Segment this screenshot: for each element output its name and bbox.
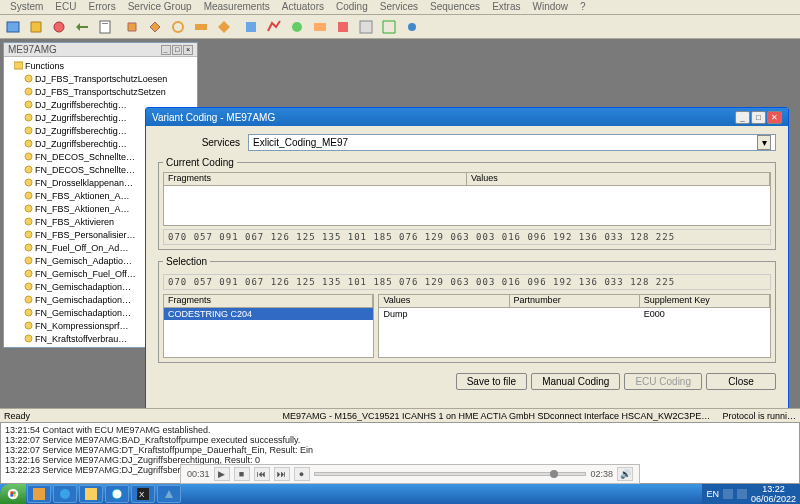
task-app-2[interactable] xyxy=(53,485,77,503)
toolbar-btn-18[interactable] xyxy=(401,17,423,37)
task-app-1[interactable] xyxy=(27,485,51,503)
toolbar-btn-8[interactable] xyxy=(167,17,189,37)
menu-services[interactable]: Services xyxy=(374,0,424,14)
dialog-min-icon[interactable]: _ xyxy=(735,111,750,124)
tree-item-label: FN_Kompressionsprf… xyxy=(35,321,129,331)
gear-icon xyxy=(24,152,33,161)
dialog-titlebar[interactable]: Variant Coding - ME97AMG _ □ ✕ xyxy=(146,108,788,126)
progress-slider[interactable] xyxy=(314,472,587,476)
start-button[interactable] xyxy=(0,484,26,504)
tray-net-icon[interactable] xyxy=(723,489,733,499)
tree-item-label: FN_Kraftstoffverbrau… xyxy=(35,334,127,344)
tree-item-label: FN_DECOS_Schnellte… xyxy=(35,152,135,162)
svg-rect-8 xyxy=(314,23,326,31)
save-button[interactable]: Save to file xyxy=(456,373,527,390)
toolbar-btn-14[interactable] xyxy=(309,17,331,37)
toolbar-btn-3[interactable] xyxy=(48,17,70,37)
svg-rect-6 xyxy=(246,22,256,32)
tree-close-icon[interactable]: × xyxy=(183,45,193,55)
toolbar-btn-1[interactable] xyxy=(2,17,24,37)
svg-point-25 xyxy=(25,231,32,238)
menu-sequences[interactable]: Sequences xyxy=(424,0,486,14)
taskbar: X EN 13:22 06/06/2022 xyxy=(0,484,800,504)
media-player: 00:31 ▶ ■ ⏮ ⏭ ● 02:38 🔊 xyxy=(180,464,640,484)
clock-date[interactable]: 06/06/2022 xyxy=(751,494,796,504)
svg-rect-0 xyxy=(7,22,19,32)
stop-button[interactable]: ■ xyxy=(234,467,250,481)
sel-col-suppkey[interactable]: Supplement Key xyxy=(640,295,770,307)
services-value: Exlicit_Coding_ME97 xyxy=(253,137,348,148)
menu-ecu[interactable]: ECU xyxy=(49,0,82,14)
menu-window[interactable]: Window xyxy=(526,0,574,14)
gear-icon xyxy=(24,191,33,200)
svg-rect-51 xyxy=(723,489,733,499)
tray-lang[interactable]: EN xyxy=(706,489,719,499)
toolbar-btn-11[interactable] xyxy=(240,17,262,37)
slider-thumb[interactable] xyxy=(550,470,558,478)
task-app-3[interactable] xyxy=(79,485,103,503)
selection-group: Selection 070 057 091 067 126 125 135 10… xyxy=(158,256,776,363)
gear-icon xyxy=(24,100,33,109)
fragments-list[interactable]: CODESTRING C204 xyxy=(163,308,374,358)
folder-icon xyxy=(14,61,23,70)
tree-min-icon[interactable]: _ xyxy=(161,45,171,55)
toolbar-btn-4[interactable] xyxy=(71,17,93,37)
play-button[interactable]: ▶ xyxy=(214,467,230,481)
svg-point-24 xyxy=(25,218,32,225)
task-app-5[interactable]: X xyxy=(131,485,155,503)
svg-rect-43 xyxy=(10,494,13,497)
chevron-down-icon[interactable]: ▾ xyxy=(757,135,771,150)
menubar: System ECU Errors Service Group Measurem… xyxy=(0,0,800,15)
svg-point-22 xyxy=(25,192,32,199)
menu-coding[interactable]: Coding xyxy=(330,0,374,14)
prev-button[interactable]: ⏮ xyxy=(254,467,270,481)
toolbar-btn-2[interactable] xyxy=(25,17,47,37)
sel-col-values[interactable]: Values xyxy=(379,295,509,307)
menu-help[interactable]: ? xyxy=(574,0,592,14)
toolbar-btn-16[interactable] xyxy=(355,17,377,37)
sel-col-fragments[interactable]: Fragments xyxy=(164,295,373,307)
dialog-close-icon[interactable]: ✕ xyxy=(767,111,782,124)
toolbar-btn-5[interactable] xyxy=(94,17,116,37)
value-name[interactable]: Dump xyxy=(379,308,509,320)
next-button[interactable]: ⏭ xyxy=(274,467,290,481)
clock-time[interactable]: 13:22 xyxy=(762,484,785,494)
fragment-selected[interactable]: CODESTRING C204 xyxy=(164,308,373,320)
menu-measurements[interactable]: Measurements xyxy=(198,0,276,14)
toolbar-btn-6[interactable] xyxy=(121,17,143,37)
vol-button[interactable]: 🔊 xyxy=(617,467,633,481)
menu-actuators[interactable]: Actuators xyxy=(276,0,330,14)
toolbar-btn-10[interactable] xyxy=(213,17,235,37)
tree-item[interactable]: DJ_FBS_TransportschutzLoesen xyxy=(6,72,195,85)
col-values[interactable]: Values xyxy=(467,173,770,185)
menu-service-group[interactable]: Service Group xyxy=(122,0,198,14)
gear-icon xyxy=(24,126,33,135)
toolbar-btn-13[interactable] xyxy=(286,17,308,37)
col-fragments[interactable]: Fragments xyxy=(164,173,467,185)
tray-vol-icon[interactable] xyxy=(737,489,747,499)
current-coding-group: Current Coding Fragments Values 070 057 … xyxy=(158,157,776,250)
task-app-6[interactable] xyxy=(157,485,181,503)
manual-coding-button[interactable]: Manual Coding xyxy=(531,373,620,390)
task-app-4[interactable] xyxy=(105,485,129,503)
menu-system[interactable]: System xyxy=(4,0,49,14)
sel-col-partnumber[interactable]: Partnumber xyxy=(510,295,640,307)
tree-pin-icon[interactable]: □ xyxy=(172,45,182,55)
tree-item-label: FN_Gemischadaption… xyxy=(35,282,131,292)
menu-extras[interactable]: Extras xyxy=(486,0,526,14)
toolbar-btn-17[interactable] xyxy=(378,17,400,37)
dialog-max-icon[interactable]: □ xyxy=(751,111,766,124)
toolbar-btn-7[interactable] xyxy=(144,17,166,37)
menu-errors[interactable]: Errors xyxy=(82,0,121,14)
tree-item[interactable]: DJ_FBS_TransportschutzSetzen xyxy=(6,85,195,98)
toolbar-btn-15[interactable] xyxy=(332,17,354,37)
tree-root[interactable]: Functions xyxy=(6,59,195,72)
tree-item-label: FN_Kraftstoffverstfl… xyxy=(35,347,121,348)
values-list[interactable]: Dump E000 xyxy=(378,308,771,358)
close-button[interactable]: Close xyxy=(706,373,776,390)
services-combo[interactable]: Exlicit_Coding_ME97 ▾ xyxy=(248,134,776,151)
toolbar-btn-12[interactable] xyxy=(263,17,285,37)
toolbar-btn-9[interactable] xyxy=(190,17,212,37)
current-hex: 070 057 091 067 126 125 135 101 185 076 … xyxy=(163,229,771,245)
rec-button[interactable]: ● xyxy=(294,467,310,481)
